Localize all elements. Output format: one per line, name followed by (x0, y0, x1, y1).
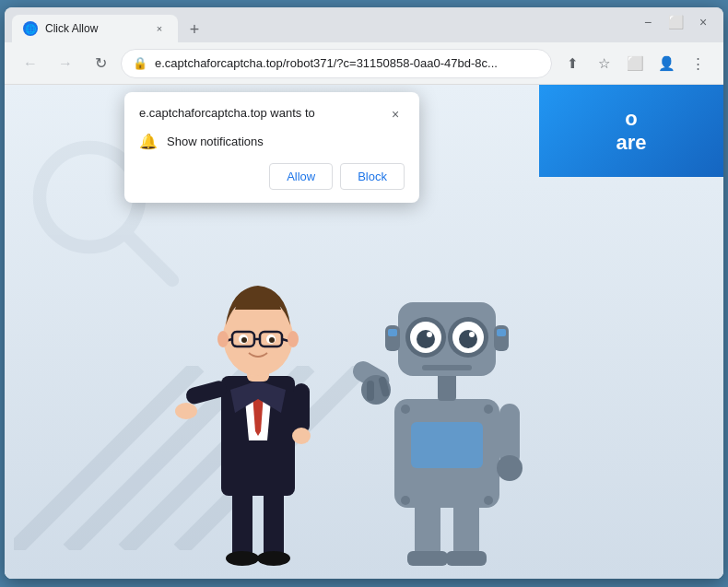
svg-rect-6 (232, 487, 252, 560)
svg-point-31 (288, 331, 299, 347)
svg-point-17 (175, 403, 197, 419)
banner-line2: are (616, 131, 646, 155)
window-controls: − ⬜ × (635, 9, 716, 41)
svg-point-57 (459, 330, 477, 348)
minimize-button[interactable]: − (635, 9, 661, 35)
svg-rect-64 (422, 365, 472, 370)
blue-banner: o are (539, 85, 723, 177)
tab-close-button[interactable]: × (152, 21, 167, 36)
svg-rect-34 (407, 551, 448, 566)
tab-favicon: 🌐 (23, 21, 38, 36)
popup-header: e.captchaforcaptcha.top wants to × (139, 105, 405, 123)
address-bar[interactable]: 🔒 e.captchaforcaptcha.top/robot371/?c=31… (121, 49, 552, 78)
svg-point-38 (401, 405, 410, 414)
title-bar: 🌐 Click Allow × + − ⬜ × (5, 7, 723, 42)
svg-point-28 (241, 337, 247, 343)
popup-close-button[interactable]: × (386, 105, 405, 123)
toolbar: ← → ↻ 🔒 e.captchaforcaptcha.top/robot371… (5, 42, 723, 85)
popup-notification-text: Show notifications (167, 135, 264, 148)
allow-button[interactable]: Allow (269, 163, 333, 190)
svg-point-56 (417, 330, 435, 348)
notification-popup: e.captchaforcaptcha.top wants to × 🔔 Sho… (124, 92, 419, 203)
active-tab[interactable]: 🌐 Click Allow × (12, 15, 178, 42)
tab-area: 🌐 Click Allow × + (12, 7, 635, 42)
svg-point-9 (257, 551, 290, 566)
popup-buttons: Allow Block (139, 163, 405, 190)
close-button[interactable]: × (690, 9, 716, 35)
robot-svg (350, 229, 562, 579)
url-text: e.captchaforcaptcha.top/robot371/?c=3115… (155, 56, 540, 70)
bell-icon: 🔔 (139, 133, 158, 150)
share-button[interactable]: ⬆ (558, 49, 587, 78)
bookmark-button[interactable]: ☆ (589, 49, 618, 78)
svg-point-18 (292, 428, 311, 444)
profile-button[interactable]: 👤 (652, 49, 681, 78)
svg-rect-16 (293, 383, 310, 434)
svg-point-41 (484, 496, 493, 505)
content-area: o are (5, 85, 723, 579)
page-background: o are (5, 85, 723, 579)
svg-point-39 (484, 405, 493, 414)
toolbar-icons: ⬆ ☆ ⬜ 👤 ⋮ (558, 49, 712, 78)
svg-point-47 (497, 455, 523, 481)
svg-point-58 (427, 332, 432, 337)
block-button[interactable]: Block (340, 163, 405, 190)
svg-rect-7 (264, 487, 284, 560)
svg-rect-37 (411, 422, 483, 468)
tab-title: Click Allow (45, 22, 145, 35)
svg-rect-45 (367, 381, 374, 401)
lock-icon: 🔒 (133, 56, 147, 70)
refresh-button[interactable]: ↻ (86, 49, 115, 78)
svg-point-30 (217, 331, 229, 347)
svg-point-59 (469, 332, 475, 337)
illustration (5, 192, 723, 579)
banner-line1: o (625, 107, 637, 131)
popup-notification-row: 🔔 Show notifications (139, 133, 405, 150)
svg-point-29 (269, 337, 275, 343)
svg-rect-63 (497, 329, 506, 336)
svg-rect-62 (388, 329, 397, 336)
svg-point-40 (401, 496, 410, 505)
person-svg (166, 229, 350, 579)
svg-rect-35 (446, 551, 487, 566)
extensions-button[interactable]: ⬜ (620, 49, 650, 78)
menu-button[interactable]: ⋮ (683, 49, 712, 78)
maximize-button[interactable]: ⬜ (663, 9, 688, 35)
forward-button[interactable]: → (51, 49, 80, 78)
svg-point-8 (226, 551, 259, 566)
browser-window: 🌐 Click Allow × + − ⬜ × ← → ↻ 🔒 e.captch… (5, 7, 723, 579)
new-tab-button[interactable]: + (182, 17, 207, 42)
popup-title: e.captchaforcaptcha.top wants to (139, 105, 315, 122)
back-button[interactable]: ← (16, 49, 45, 78)
